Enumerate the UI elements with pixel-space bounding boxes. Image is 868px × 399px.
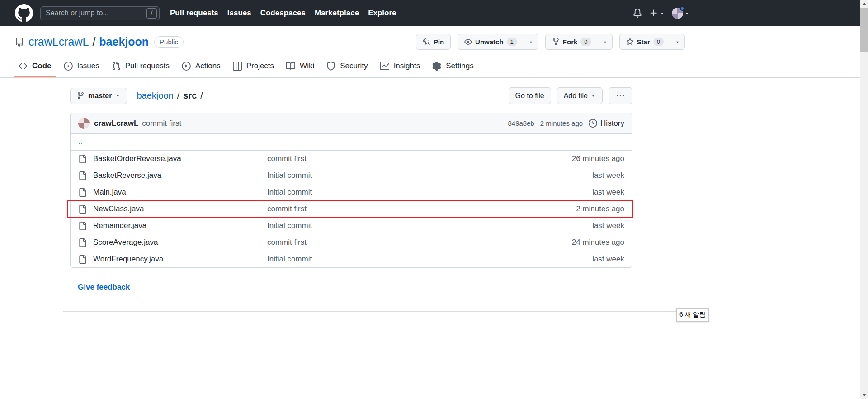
book-icon: [286, 62, 295, 71]
tab-label: Pull requests: [125, 62, 170, 71]
table-row[interactable]: ScoreAverage.java commit first 24 minute…: [71, 234, 632, 251]
star-label: Star: [637, 38, 650, 46]
file-name-link[interactable]: BasketOrderReverse.java: [93, 154, 267, 163]
commit-meta: 849a8eb 2 minutes ago History: [508, 119, 624, 128]
pin-icon: [423, 38, 430, 46]
tab-actions[interactable]: Actions: [178, 56, 225, 77]
fork-icon: [552, 38, 560, 46]
commit-message-link[interactable]: Initial commit: [267, 171, 520, 180]
commit-age: 2 minutes ago: [540, 119, 583, 127]
git-pull-request-icon: [112, 62, 121, 71]
tab-code[interactable]: Code: [14, 56, 56, 77]
commit-author-avatar[interactable]: [78, 118, 90, 129]
branch-select-button[interactable]: master: [70, 88, 127, 104]
repo-name-link[interactable]: baekjoon: [99, 35, 149, 48]
table-row[interactable]: BasketReverse.java Initial commit last w…: [71, 167, 632, 184]
triangle-down-icon: [115, 93, 120, 98]
repo-owner-link[interactable]: crawLcrawL: [28, 35, 89, 48]
tab-label: Actions: [195, 62, 221, 71]
unwatch-button[interactable]: Unwatch 1: [458, 34, 524, 50]
repo-tab-nav: Code Issues Pull requests Actions Projec…: [0, 56, 868, 78]
nav-codespaces[interactable]: Codespaces: [260, 9, 306, 18]
commit-author-link[interactable]: crawLcrawL: [94, 119, 138, 128]
scroll-up-arrow[interactable]: [860, 0, 868, 8]
star-options-button[interactable]: [670, 34, 685, 50]
commit-message-link[interactable]: commit first: [267, 204, 520, 214]
tab-pull-requests[interactable]: Pull requests: [108, 56, 174, 77]
more-options-button[interactable]: [609, 87, 632, 104]
browser-scrollbar[interactable]: [860, 0, 868, 399]
table-row[interactable]: Remainder.java Initial commit last week: [71, 217, 632, 234]
star-button[interactable]: Star 0: [619, 34, 670, 50]
unwatch-label: Unwatch: [475, 38, 504, 46]
go-to-file-label: Go to file: [515, 92, 544, 100]
file-icon: [78, 171, 87, 180]
triangle-down-icon: [528, 39, 533, 44]
table-row-highlighted[interactable]: NewClass.java commit first 2 minutes ago: [71, 200, 632, 217]
nav-marketplace[interactable]: Marketplace: [315, 9, 359, 18]
file-name-link[interactable]: ScoreAverage.java: [93, 238, 267, 247]
fork-options-button[interactable]: [598, 34, 613, 50]
give-feedback-link[interactable]: Give feedback: [78, 283, 130, 292]
tab-wiki[interactable]: Wiki: [282, 56, 318, 77]
star-count: 0: [653, 38, 664, 46]
commit-message-link[interactable]: commit first: [267, 238, 520, 247]
file-name-link[interactable]: BasketReverse.java: [93, 171, 267, 180]
file-name-link[interactable]: WordFrequency.java: [93, 255, 267, 264]
plus-icon: [649, 9, 658, 18]
commit-message-link[interactable]: Initial commit: [267, 188, 520, 197]
star-icon: [626, 38, 634, 46]
file-name-link[interactable]: Remainder.java: [93, 221, 267, 230]
file-age: 24 minutes ago: [520, 238, 624, 247]
triangle-down-icon: [603, 39, 608, 44]
play-icon: [182, 62, 191, 71]
watch-options-button[interactable]: [524, 34, 538, 50]
parent-directory-row[interactable]: ..: [71, 133, 632, 150]
tab-label: Projects: [246, 62, 274, 71]
tab-issues[interactable]: Issues: [60, 56, 104, 77]
tab-projects[interactable]: Projects: [229, 56, 278, 77]
file-age: last week: [520, 255, 624, 264]
add-file-button[interactable]: Add file: [557, 87, 603, 104]
file-name-link[interactable]: Main.java: [93, 188, 267, 197]
parent-directory-link[interactable]: ..: [78, 138, 82, 147]
commit-message-link[interactable]: Initial commit: [267, 221, 520, 230]
history-icon: [589, 119, 597, 128]
tab-security[interactable]: Security: [322, 56, 372, 77]
nav-issues[interactable]: Issues: [227, 9, 251, 18]
file-navigation: master baekjoon / src / Go to file Add f…: [70, 87, 632, 104]
file-name-link[interactable]: NewClass.java: [93, 204, 267, 214]
header-nav: Pull requests Issues Codespaces Marketpl…: [170, 9, 396, 18]
star-button-group: Star 0: [619, 34, 685, 50]
commit-message-link[interactable]: commit first: [267, 154, 520, 163]
tab-settings[interactable]: Settings: [428, 56, 477, 77]
footer-divider: [63, 311, 703, 312]
go-to-file-button[interactable]: Go to file: [509, 87, 551, 104]
commit-hash-link[interactable]: 849a8eb: [508, 119, 534, 127]
graph-icon: [380, 62, 389, 71]
table-row[interactable]: WordFrequency.java Initial commit last w…: [71, 251, 632, 267]
fork-button[interactable]: Fork 0: [545, 34, 598, 50]
breadcrumb-repo-link[interactable]: baekjoon: [137, 90, 173, 101]
search-input[interactable]: [40, 6, 160, 20]
os-notification-toast[interactable]: 6 새 알림: [676, 308, 709, 322]
bell-icon[interactable]: [633, 9, 642, 18]
table-row[interactable]: BasketOrderReverse.java commit first 26 …: [71, 150, 632, 167]
scroll-down-arrow[interactable]: [860, 391, 868, 399]
visibility-badge: Public: [154, 36, 184, 48]
search-hotkey-badge: /: [146, 8, 157, 19]
pin-button[interactable]: Pin: [416, 34, 451, 50]
commit-message-link[interactable]: commit first: [142, 119, 181, 128]
tab-insights[interactable]: Insights: [376, 56, 425, 77]
repo-content: master baekjoon / src / Go to file Add f…: [70, 87, 632, 292]
header-search: /: [40, 6, 160, 20]
user-menu[interactable]: [672, 8, 689, 19]
create-new-menu[interactable]: [649, 9, 665, 18]
nav-explore[interactable]: Explore: [368, 9, 396, 18]
history-link[interactable]: History: [589, 119, 624, 128]
github-logo-icon[interactable]: [15, 4, 33, 22]
nav-pull-requests[interactable]: Pull requests: [170, 9, 218, 18]
scrollbar-thumb[interactable]: [860, 8, 868, 52]
commit-message-link[interactable]: Initial commit: [267, 255, 520, 264]
table-row[interactable]: Main.java Initial commit last week: [71, 184, 632, 200]
